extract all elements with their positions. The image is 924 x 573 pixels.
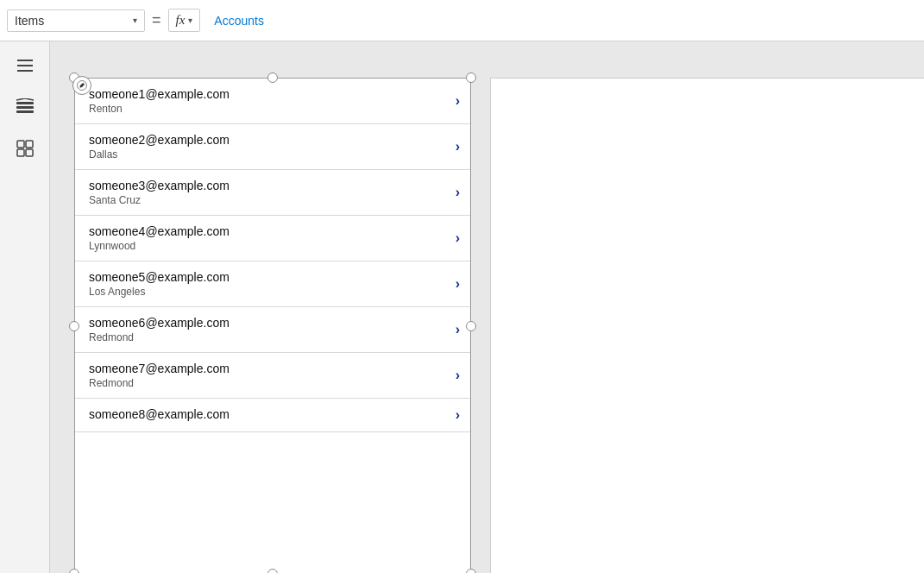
resize-handle-bottom-left[interactable] (69, 569, 79, 573)
list-item-email: someone7@example.com (89, 362, 449, 375)
svg-rect-4 (16, 106, 34, 109)
list-item[interactable]: someone1@example.comRenton› (75, 79, 470, 124)
list-item[interactable]: someone2@example.comDallas› (75, 124, 470, 170)
hamburger-menu-icon[interactable] (11, 52, 39, 79)
list-item[interactable]: someone6@example.comRedmond› (75, 307, 470, 353)
svg-rect-7 (26, 141, 33, 148)
list-item-email: someone1@example.com (89, 87, 449, 101)
list-item-email: someone6@example.com (89, 316, 449, 330)
fx-icon: fx (176, 13, 185, 28)
list-item-email: someone2@example.com (89, 133, 449, 147)
list-item-chevron-icon: › (456, 185, 460, 200)
svg-rect-5 (16, 110, 34, 113)
equals-symbol: = (148, 11, 165, 29)
svg-rect-3 (16, 102, 34, 104)
list-item-chevron-icon: › (456, 276, 460, 292)
resize-handle-middle-left[interactable] (69, 321, 79, 331)
list-item-chevron-icon: › (456, 322, 460, 337)
resize-handle-top-center[interactable] (267, 72, 278, 83)
list-item-chevron-icon: › (456, 93, 460, 109)
grid-icon[interactable] (11, 135, 39, 162)
resize-handle-bottom-center[interactable] (267, 569, 278, 573)
list-box: someone1@example.comRenton›someone2@exam… (74, 78, 471, 573)
resize-handle-top-right[interactable] (466, 72, 476, 83)
svg-rect-6 (17, 141, 24, 148)
svg-rect-1 (17, 65, 33, 66)
svg-rect-8 (17, 149, 24, 156)
svg-rect-0 (17, 60, 33, 61)
list-item-city: Santa Cruz (89, 194, 449, 206)
list-item[interactable]: someone7@example.comRedmond› (75, 353, 470, 399)
list-item-city: Lynnwood (89, 240, 449, 252)
fx-button[interactable]: fx ▾ (168, 9, 201, 32)
list-item-email: someone5@example.com (89, 270, 449, 284)
list-item-city: Los Angeles (89, 286, 449, 298)
main-layout: someone1@example.comRenton›someone2@exam… (0, 41, 924, 573)
toolbar: Items ▾ = fx ▾ Accounts (0, 0, 924, 41)
list-items-container: someone1@example.comRenton›someone2@exam… (75, 79, 470, 432)
edit-icon-badge[interactable] (72, 76, 91, 95)
resize-handle-middle-right[interactable] (466, 321, 476, 331)
list-item-city: Dallas (89, 148, 449, 161)
list-item[interactable]: someone4@example.comLynnwood› (75, 216, 470, 261)
formula-text: Accounts (204, 14, 274, 28)
list-item-city: Redmond (89, 377, 449, 389)
sidebar (0, 41, 50, 573)
list-item-email: someone8@example.com (89, 407, 449, 421)
list-item[interactable]: someone3@example.comSanta Cruz› (75, 170, 470, 216)
list-item-chevron-icon: › (456, 139, 460, 154)
list-item-chevron-icon: › (456, 230, 460, 246)
list-item-chevron-icon: › (456, 368, 460, 383)
list-item-city: Redmond (89, 331, 449, 343)
layers-icon[interactable] (11, 93, 39, 121)
list-item-chevron-icon: › (456, 407, 460, 423)
list-item-email: someone4@example.com (89, 224, 449, 238)
fx-chevron: ▾ (188, 16, 192, 25)
white-panel (490, 78, 924, 573)
resize-handle-bottom-right[interactable] (466, 569, 476, 573)
list-item-city: Renton (89, 103, 449, 115)
svg-rect-2 (17, 70, 33, 72)
items-dropdown-label: Items (15, 14, 44, 28)
list-control-wrapper[interactable]: someone1@example.comRenton›someone2@exam… (74, 78, 471, 573)
canvas: someone1@example.comRenton›someone2@exam… (50, 41, 924, 573)
list-item-email: someone3@example.com (89, 179, 449, 192)
items-dropdown-chevron: ▾ (133, 16, 137, 25)
svg-rect-9 (26, 149, 33, 156)
items-dropdown[interactable]: Items ▾ (7, 9, 145, 32)
list-item[interactable]: someone8@example.com› (75, 399, 470, 432)
list-item[interactable]: someone5@example.comLos Angeles› (75, 261, 470, 307)
